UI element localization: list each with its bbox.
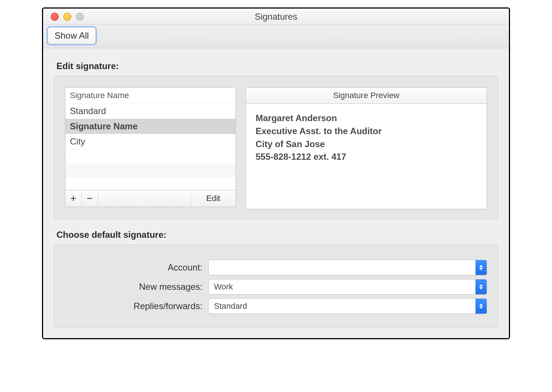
replies-forwards-label: Replies/forwards:: [65, 301, 202, 311]
signature-row[interactable]: City: [65, 134, 236, 149]
signature-list-column: Signature Name Standard Signature Name C…: [65, 87, 236, 209]
choose-default-heading: Choose default signature:: [56, 230, 499, 240]
remove-signature-button[interactable]: −: [82, 190, 98, 207]
add-signature-button[interactable]: +: [65, 190, 82, 207]
edit-signature-button[interactable]: Edit: [191, 190, 236, 207]
content-area: Edit signature: Signature Name Standard …: [43, 48, 509, 338]
preview-line: 555-828-1212 ext. 417: [256, 150, 477, 163]
new-messages-row: New messages: Work: [65, 279, 487, 295]
signature-row[interactable]: Signature Name: [65, 119, 236, 134]
show-all-button[interactable]: Show All: [48, 27, 96, 44]
edit-signature-panel: Signature Name Standard Signature Name C…: [53, 76, 499, 219]
signature-list-empty-area: [65, 149, 236, 190]
account-dropdown[interactable]: [208, 260, 487, 275]
stepper-arrows-icon: [475, 299, 487, 314]
stepper-arrows-icon: [475, 260, 487, 275]
zoom-window-button[interactable]: [76, 13, 84, 21]
account-row: Account:: [65, 260, 487, 275]
minimize-window-button[interactable]: [63, 13, 71, 21]
signature-preview-body: Margaret Anderson Executive Asst. to the…: [246, 104, 487, 209]
signature-list[interactable]: Signature Name Standard Signature Name C…: [65, 87, 236, 190]
window-title: Signatures: [43, 12, 509, 22]
plus-icon: +: [70, 192, 76, 204]
signature-list-footer: + − Edit: [65, 190, 236, 207]
default-signature-panel: Account: New messages: Work: [53, 244, 499, 328]
preview-line: Executive Asst. to the Auditor: [256, 125, 477, 138]
new-messages-dropdown[interactable]: Work: [208, 279, 487, 295]
toolbar: Show All: [43, 25, 509, 48]
replies-forwards-row: Replies/forwards: Standard: [65, 298, 487, 314]
stepper-arrows-icon: [475, 279, 487, 294]
new-messages-value: Work: [214, 282, 233, 292]
footer-spacer: [98, 190, 191, 207]
window-controls: [51, 13, 84, 21]
preview-line: City of San Jose: [256, 138, 477, 151]
signature-preview-column: Signature Preview Margaret Anderson Exec…: [246, 87, 487, 209]
signature-list-header: Signature Name: [65, 88, 236, 104]
replies-forwards-value: Standard: [214, 301, 247, 311]
preview-line: Margaret Anderson: [256, 112, 477, 125]
titlebar: Signatures: [43, 9, 509, 25]
signature-preview-header: Signature Preview: [246, 87, 487, 104]
minus-icon: −: [87, 192, 92, 204]
signatures-window: Signatures Show All Edit signature: Sign…: [42, 7, 510, 339]
close-window-button[interactable]: [51, 13, 59, 21]
signature-row[interactable]: Standard: [65, 104, 236, 119]
replies-forwards-dropdown[interactable]: Standard: [208, 298, 487, 314]
edit-signature-heading: Edit signature:: [56, 61, 499, 71]
new-messages-label: New messages:: [65, 282, 202, 292]
account-label: Account:: [65, 262, 202, 273]
